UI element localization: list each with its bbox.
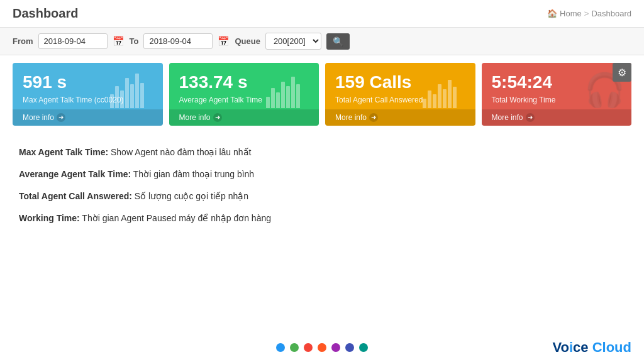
to-calendar-icon[interactable]: 📅 (218, 36, 230, 47)
search-button[interactable]: 🔍 (326, 33, 350, 50)
description-section: Max Agent Talk Time: Show Agent nào đàm … (0, 133, 644, 246)
card-4-value: 5:54:24 (492, 72, 622, 93)
filter-bar: From 📅 To 📅 Queue 200[200] 🔍 (0, 28, 644, 55)
top-bar: Dashboard 🏠 Home > Dashboard (0, 0, 644, 28)
home-icon: 🏠 (547, 9, 557, 18)
card-3-label: Total Agent Call Answered (335, 96, 465, 104)
from-label: From (13, 36, 33, 46)
to-label: To (130, 36, 139, 46)
to-date-input[interactable] (143, 33, 213, 49)
card-2-value: 133.74 s (179, 72, 309, 93)
card-1-label: Max Agent Talk Time (cc0020) (23, 96, 153, 104)
card-4-label: Total Working Time (492, 96, 622, 104)
desc-2-bold: Averange Agent Talk Time: (19, 169, 131, 179)
voicecloud-logo: Voice Cloud (552, 339, 631, 356)
dot-1[interactable] (276, 343, 285, 352)
from-date-input[interactable] (38, 33, 108, 49)
breadcrumb-home: Home (560, 9, 582, 18)
desc-2-text: Thời gian đàm thoại trung bình (133, 169, 254, 179)
desc-3-bold: Total Agent Call Answered: (19, 191, 132, 201)
breadcrumb-separator: > (584, 9, 589, 18)
card-3-more-info[interactable]: More info ➜ (325, 109, 475, 126)
logo-ce: ce (573, 339, 592, 355)
dot-5[interactable] (331, 343, 340, 352)
desc-item-1: Max Agent Talk Time: Show Agent nào đàm … (19, 146, 625, 159)
dot-2[interactable] (290, 343, 299, 352)
desc-4-text: Thời gian Agent Paused máy để nhập đơn h… (82, 213, 271, 223)
card-1-more-info[interactable]: More info ➜ (13, 109, 163, 126)
card-2-more-info[interactable]: More info ➜ (169, 109, 319, 126)
arrow-icon: ➜ (213, 113, 222, 122)
card-total-calls: 159 Calls Total Agent Call Answered More… (325, 63, 475, 126)
arrow-icon: ➜ (526, 113, 535, 122)
page-title: Dashboard (13, 6, 78, 21)
desc-item-3: Total Agent Call Answered: Số lượng cuộc… (19, 190, 625, 203)
logo-voice: Vo (552, 339, 569, 355)
dot-3[interactable] (304, 343, 313, 352)
gear-button[interactable]: ⚙ (613, 63, 631, 82)
card-2-label: Average Agent Talk Time (179, 96, 309, 104)
from-calendar-icon[interactable]: 📅 (113, 36, 125, 47)
dot-7[interactable] (359, 343, 368, 352)
card-max-agent-talk-time: 591 s Max Agent Talk Time (cc0020) More … (13, 63, 163, 126)
arrow-icon: ➜ (369, 113, 378, 122)
dot-4[interactable] (318, 343, 326, 352)
card-avg-agent-talk-time: 133.74 s Average Agent Talk Time More in… (169, 63, 319, 126)
arrow-icon: ➜ (57, 113, 65, 122)
logo-cloud: Cloud (592, 339, 631, 355)
desc-4-bold: Working Time: (19, 213, 80, 223)
card-3-value: 159 Calls (335, 72, 465, 93)
desc-item-4: Working Time: Thời gian Agent Paused máy… (19, 212, 625, 225)
footer-dots (276, 343, 368, 352)
cards-container: ⚙ 591 s Max Agent Talk Time (cc0020) Mor… (0, 55, 644, 133)
card-1-value: 591 s (23, 72, 153, 93)
desc-item-2: Averange Agent Talk Time: Thời gian đàm … (19, 168, 625, 181)
breadcrumb-current: Dashboard (591, 9, 631, 18)
dot-6[interactable] (345, 343, 354, 352)
desc-3-text: Số lượng cuộc gọi tiếp nhận (135, 191, 248, 201)
card-4-more-info[interactable]: More info ➜ (482, 109, 632, 126)
queue-label: Queue (235, 36, 260, 46)
queue-select[interactable]: 200[200] (265, 33, 321, 50)
breadcrumb: 🏠 Home > Dashboard (547, 9, 631, 18)
desc-1-bold: Max Agent Talk Time: (19, 147, 108, 157)
card-total-working-time: 5:54:24 Total Working Time 🎧 More info ➜ (482, 63, 632, 126)
desc-1-text: Show Agent nào đàm thoại lâu nhất (111, 147, 251, 157)
